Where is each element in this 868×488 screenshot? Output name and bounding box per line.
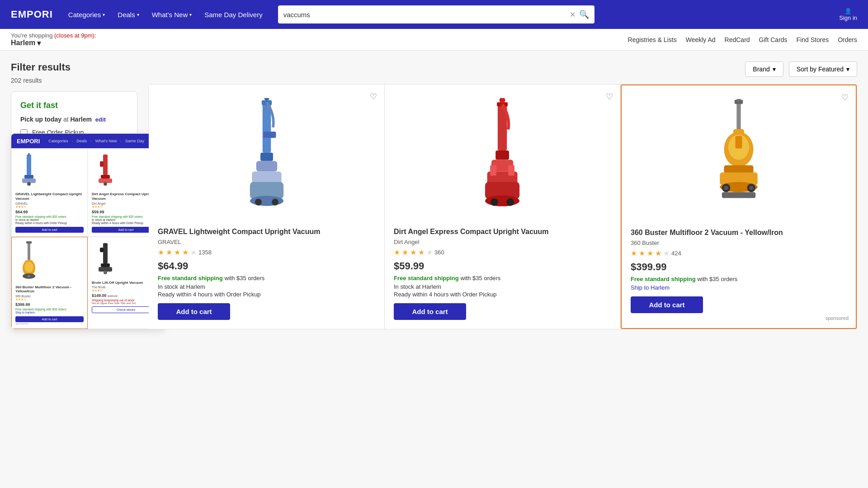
svg-rect-0	[27, 155, 31, 175]
sign-in-button[interactable]: 👤 Sign in	[839, 8, 857, 21]
product-stock-1: In stock at Harlem	[158, 283, 375, 290]
product-stars-2: ★ ★ ★ ★ ★ 360	[394, 248, 611, 257]
product-shipping-3: Free standard shipping with $35 orders	[631, 276, 847, 282]
sub-nav-find-stores[interactable]: Find Stores	[797, 36, 829, 43]
svg-rect-34	[495, 150, 509, 160]
chevron-down-icon: ▾	[103, 12, 105, 17]
product-shipping-1: Free standard shipping with $35 orders	[158, 275, 375, 282]
svg-rect-24	[256, 161, 277, 171]
main-nav: Categories ▾ Deals ▾ What's New ▾ Same D…	[64, 8, 267, 21]
product-stars-1: ★ ★ ★ ★ ★ 1358	[158, 248, 375, 257]
chevron-down-icon: ▾	[773, 66, 776, 73]
logo[interactable]: EMPORI	[11, 9, 53, 20]
product-image-container-2	[394, 94, 611, 220]
product-brand-2: Dirt Angel	[394, 239, 611, 245]
search-icon: 🔍	[579, 10, 589, 19]
svg-rect-4	[28, 153, 30, 156]
mobile-add-cart-1[interactable]: Add to cart	[15, 227, 84, 233]
products-area: Brand ▾ Sort by Featured ▾ ♡	[148, 61, 857, 329]
svg-rect-16	[26, 241, 32, 244]
filter-title: Filter results	[11, 61, 137, 73]
search-input[interactable]	[283, 11, 566, 19]
svg-rect-5	[103, 155, 108, 175]
add-to-cart-button-1[interactable]: Add to cart	[158, 303, 230, 320]
sidebar: Filter results 202 results Get it fast P…	[11, 61, 137, 329]
svg-point-13	[24, 262, 33, 272]
svg-rect-23	[260, 153, 273, 161]
product-image-360-buster	[707, 99, 770, 216]
product-ready-1: Ready within 4 hours with Order Pickup	[158, 291, 375, 298]
sub-nav-redcard[interactable]: RedCard	[725, 36, 750, 43]
get-fast-title: Get it fast	[20, 101, 128, 110]
svg-point-28	[255, 199, 262, 206]
mobile-products-grid: GRAVEL Lightweight Compact Upright Vacuu…	[11, 148, 164, 328]
nav-same-day[interactable]: Same Day Delivery	[200, 8, 267, 21]
sub-nav-weekly-ad[interactable]: Weekly Ad	[686, 36, 716, 43]
product-name-3: 360 Buster Multifloor 2 Vacuum - Yellow/…	[631, 228, 847, 238]
svg-rect-18	[101, 263, 110, 267]
svg-point-27	[250, 196, 283, 206]
svg-rect-44	[508, 165, 514, 176]
sort-label: Sort by Featured	[797, 66, 844, 73]
product-ship-to-3: Ship to Harlem	[631, 284, 847, 291]
product-name-2: Dirt Angel Express Compact Upright Vacuu…	[394, 227, 611, 237]
mobile-product-1: GRAVEL Lightweight Compact Upright Vacuu…	[11, 148, 88, 236]
review-count-3: 424	[671, 250, 681, 257]
sub-nav-registries[interactable]: Registries & Lists	[628, 36, 677, 43]
products-grid: ♡	[148, 84, 857, 329]
sub-nav: Registries & Lists Weekly Ad RedCard Gif…	[628, 36, 857, 43]
product-card-360-buster: ♡	[621, 84, 857, 329]
chevron-down-icon: ▾	[37, 39, 41, 47]
svg-rect-9	[100, 161, 104, 167]
search-button[interactable]: 🔍	[579, 9, 589, 19]
shopping-label: You're shopping (closes at 9pm):	[11, 32, 96, 39]
edit-location-link[interactable]: edit	[95, 116, 106, 123]
location-selector[interactable]: Harlem ▾	[11, 39, 96, 47]
svg-point-15	[28, 275, 30, 277]
mobile-product-3: 360 Buster Multifloor 2 Vacuum - Yellow/…	[11, 237, 88, 329]
sort-button[interactable]: Sort by Featured ▾	[789, 61, 857, 77]
svg-point-57	[724, 186, 728, 190]
product-name-1: GRAVEL Lightweight Compact Upright Vacuu…	[158, 227, 375, 237]
svg-rect-51	[736, 136, 742, 149]
nav-deals[interactable]: Deals ▾	[113, 8, 143, 21]
add-to-cart-button-2[interactable]: Add to cart	[394, 303, 466, 320]
product-price-1: $64.99	[158, 260, 375, 272]
svg-rect-10	[28, 242, 30, 260]
sub-header: You're shopping (closes at 9pm): Harlem …	[0, 29, 868, 51]
svg-point-3	[27, 182, 31, 186]
svg-point-29	[272, 199, 278, 206]
product-stars-3: ★ ★ ★ ★ ★ 424	[631, 249, 847, 258]
product-price-3: $399.99	[631, 261, 847, 273]
product-brand-1: GRAVEL	[158, 239, 375, 245]
svg-point-40	[506, 198, 514, 206]
chevron-down-icon: ▾	[189, 12, 192, 17]
product-price-2: $59.99	[394, 260, 611, 272]
svg-point-38	[485, 195, 519, 206]
wishlist-button-2[interactable]: ♡	[606, 92, 613, 102]
sub-nav-gift-cards[interactable]: Gift Cards	[759, 36, 788, 43]
brand-filter-button[interactable]: Brand ▾	[745, 61, 783, 77]
product-image-container-1	[158, 94, 375, 220]
products-toolbar: Brand ▾ Sort by Featured ▾	[148, 61, 857, 77]
nav-categories[interactable]: Categories ▾	[64, 8, 110, 21]
svg-rect-43	[490, 165, 496, 176]
review-count-1: 1358	[198, 249, 212, 256]
mobile-logo: EMPORI	[17, 138, 40, 145]
nav-whats-new[interactable]: What's New ▾	[147, 8, 197, 21]
clear-search-button[interactable]: ✕	[570, 10, 576, 19]
results-count: 202 results	[11, 77, 137, 84]
wishlist-button-3[interactable]: ♡	[841, 93, 849, 103]
add-to-cart-button-3[interactable]: Add to cart	[631, 296, 703, 313]
location-section: You're shopping (closes at 9pm): Harlem …	[11, 32, 96, 47]
pickup-label: Pick up today at Harlem edit	[20, 116, 128, 123]
sub-nav-orders[interactable]: Orders	[838, 36, 857, 43]
wishlist-button-1[interactable]: ♡	[370, 92, 377, 102]
person-icon: 👤	[844, 8, 852, 14]
product-ready-2: Ready within 4 hours with Order Pickup	[394, 291, 611, 298]
chevron-down-icon: ▾	[846, 66, 849, 73]
svg-rect-17	[103, 243, 108, 263]
mobile-add-cart-3[interactable]: Add to cart	[15, 316, 84, 322]
nav-whats-new-label: What's New	[152, 11, 188, 19]
svg-rect-59	[722, 192, 755, 198]
